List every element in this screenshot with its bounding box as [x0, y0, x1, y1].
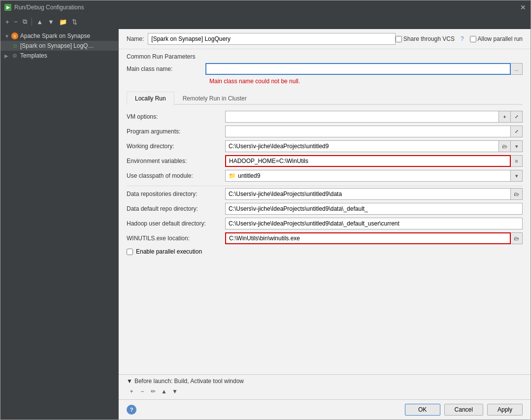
- winutils-browse-btn[interactable]: 🗁: [511, 232, 523, 244]
- env-vars-row: Environment variables: ≡: [127, 155, 523, 167]
- share-vcs-label[interactable]: Share through VCS: [396, 35, 455, 42]
- close-button[interactable]: ✕: [520, 4, 527, 11]
- allow-parallel-checkbox[interactable]: [470, 36, 476, 42]
- name-left: Name:: [127, 33, 396, 45]
- right-panel: Name: Share through VCS ? Allow parallel…: [119, 29, 531, 420]
- name-right: Share through VCS ? Allow parallel run: [396, 35, 523, 42]
- working-dir-input-wrap: 🗁 ▾: [225, 140, 523, 152]
- share-vcs-checkbox[interactable]: [396, 36, 402, 42]
- program-args-expand-btn[interactable]: ⤢: [511, 126, 523, 137]
- sidebar-item-spark-group[interactable]: ▼ S Apache Spark on Synapse: [0, 31, 118, 41]
- working-dir-label: Working directory:: [127, 143, 225, 150]
- before-launch-add-btn[interactable]: +: [127, 387, 136, 396]
- tab-locally-run[interactable]: Locally Run: [127, 92, 174, 105]
- winutils-input[interactable]: [225, 232, 511, 244]
- program-args-label: Program arguments:: [127, 128, 225, 135]
- bottom-right: OK Cancel Apply: [405, 404, 523, 416]
- before-launch-header[interactable]: ▼ Before launch: Build, Activate tool wi…: [127, 378, 523, 385]
- main-class-input[interactable]: [205, 63, 511, 75]
- classpath-module-field: 📁 untitled9: [225, 170, 511, 182]
- dialog-title: Run/Debug Configurations: [14, 4, 84, 11]
- launch-toolbar: + − ✏ ▲ ▼: [127, 387, 523, 396]
- classpath-dropdown-btn[interactable]: ▾: [511, 170, 523, 182]
- before-launch-label: Before launch: Build, Activate tool wind…: [134, 378, 244, 385]
- cancel-button[interactable]: Cancel: [444, 404, 483, 416]
- share-help-icon[interactable]: ?: [461, 35, 464, 42]
- classpath-module-row: Use classpath of module: 📁 untitled9 ▾: [127, 170, 523, 182]
- name-section: Name: Share through VCS ? Allow parallel…: [119, 29, 531, 49]
- sidebar-item-logquery-label: [Spark on Synapse] LogQuery: [20, 42, 94, 49]
- sidebar-item-templates-label: Templates: [20, 52, 47, 59]
- hadoop-user-row: Hadoop user default directory:: [127, 218, 523, 229]
- env-vars-edit-btn[interactable]: ≡: [511, 155, 523, 167]
- help-button[interactable]: ?: [127, 405, 136, 415]
- env-vars-label: Environment variables:: [127, 158, 225, 164]
- arrow-icon: ▼: [4, 33, 9, 39]
- spark-group-icon: S: [11, 32, 18, 39]
- classpath-module-value: untitled9: [238, 172, 260, 179]
- data-default-repo-row: Data default repo directory:: [127, 203, 523, 215]
- add-config-button[interactable]: +: [3, 17, 11, 27]
- bottom-bar: ? OK Cancel Apply: [119, 399, 531, 420]
- module-folder-icon: 📁: [229, 172, 236, 179]
- sidebar-item-templates[interactable]: ▶ ⚙ Templates: [0, 51, 118, 61]
- remove-config-button[interactable]: −: [12, 17, 20, 27]
- enable-parallel-row: Enable parallel execution: [127, 248, 523, 255]
- winutils-input-wrap: 🗁: [225, 232, 523, 244]
- config-icon: ⊙: [11, 42, 18, 49]
- before-launch-collapse-icon: ▼: [127, 378, 133, 385]
- toolbar-separator-1: [32, 18, 32, 26]
- section-divider: [127, 186, 523, 186]
- main-content: ▼ S Apache Spark on Synapse ⊙ [Spark on …: [0, 29, 531, 420]
- sort-down-button[interactable]: ▼: [46, 17, 56, 27]
- working-dir-dropdown-btn[interactable]: ▾: [511, 140, 523, 152]
- env-vars-input[interactable]: [225, 155, 511, 167]
- data-repos-row: Data repositories directory: 🗁: [127, 188, 523, 200]
- bottom-left: ?: [127, 405, 136, 415]
- working-dir-row: Working directory: 🗁 ▾: [127, 140, 523, 152]
- main-class-input-wrap: ...: [205, 63, 523, 75]
- working-dir-folder-btn[interactable]: 🗁: [499, 140, 511, 152]
- allow-parallel-label[interactable]: Allow parallel run: [470, 35, 523, 42]
- title-bar: ▶ Run/Debug Configurations ✕: [0, 0, 531, 14]
- hadoop-user-input[interactable]: [225, 218, 523, 229]
- ok-button[interactable]: OK: [405, 404, 440, 416]
- sort-up-button[interactable]: ▲: [34, 17, 45, 27]
- working-dir-input[interactable]: [225, 140, 499, 152]
- classpath-module-select-wrap: 📁 untitled9 ▾: [225, 170, 523, 182]
- sidebar-item-spark-label: Apache Spark on Synapse: [20, 32, 90, 39]
- data-repos-input[interactable]: [225, 188, 511, 200]
- hadoop-user-input-wrap: [225, 218, 523, 229]
- before-launch-edit-btn[interactable]: ✏: [148, 387, 158, 396]
- tabs-bar: Locally Run Remotely Run in Cluster: [127, 91, 523, 105]
- before-launch-down-btn[interactable]: ▼: [170, 387, 180, 396]
- vm-options-row: VM options: + ⤢: [127, 111, 523, 123]
- sidebar-item-logquery[interactable]: ⊙ [Spark on Synapse] LogQuery: [0, 41, 118, 51]
- move-to-folder-button[interactable]: 📁: [57, 17, 69, 27]
- name-and-share-row: Name: Share through VCS ? Allow parallel…: [127, 33, 523, 49]
- apply-button[interactable]: Apply: [487, 404, 523, 416]
- program-args-input-wrap: ⤢: [225, 126, 523, 137]
- sort-all-button[interactable]: ⇅: [70, 17, 79, 27]
- vm-expand-btn[interactable]: +: [499, 111, 511, 123]
- main-class-row: Main class name: ...: [127, 63, 523, 75]
- env-vars-input-wrap: ≡: [225, 155, 523, 167]
- main-class-browse-btn[interactable]: ...: [511, 63, 523, 75]
- name-input[interactable]: [148, 33, 396, 45]
- data-repos-browse-btn[interactable]: 🗁: [511, 188, 523, 200]
- classpath-module-label: Use classpath of module:: [127, 172, 225, 179]
- hadoop-user-label: Hadoop user default directory:: [127, 220, 225, 227]
- data-default-repo-input[interactable]: [225, 203, 523, 215]
- vm-expand-btn2[interactable]: ⤢: [511, 111, 523, 123]
- before-launch-up-btn[interactable]: ▲: [159, 387, 169, 396]
- program-args-input[interactable]: [225, 126, 511, 137]
- data-repos-label: Data repositories directory:: [127, 191, 225, 197]
- vm-options-input[interactable]: [225, 111, 499, 123]
- data-default-repo-label: Data default repo directory:: [127, 205, 225, 212]
- copy-config-button[interactable]: ⧉: [21, 17, 29, 27]
- enable-parallel-checkbox[interactable]: [127, 249, 133, 255]
- tab-remotely-run[interactable]: Remotely Run in Cluster: [174, 92, 255, 105]
- toolbar: + − ⧉ ▲ ▼ 📁 ⇅: [0, 14, 531, 29]
- before-launch-remove-btn[interactable]: −: [137, 387, 147, 396]
- vm-options-label: VM options:: [127, 113, 225, 120]
